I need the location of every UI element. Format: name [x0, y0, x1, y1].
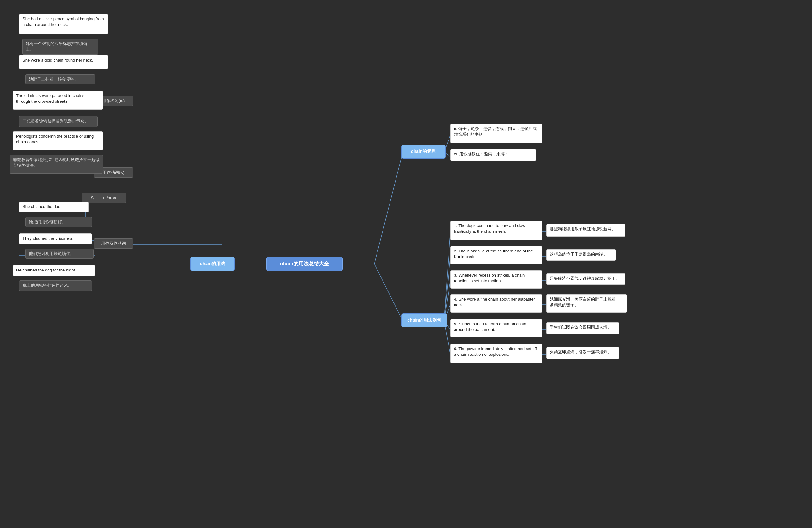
verb-box-3-en: He chained the dog for the night.: [13, 265, 95, 276]
verb-box-1-en: She chained the door.: [19, 202, 89, 212]
center-node: chain的用法总结大全: [266, 257, 343, 271]
meaning-box-2: vt. 用铁链锁住；监禁，束缚；: [450, 149, 536, 161]
svg-line-29: [374, 264, 403, 321]
svg-line-34: [444, 256, 450, 321]
noun-box-3-cn: 罪犯带着镣铐被押着列队游街示众。: [19, 116, 98, 127]
meaning-box-1: n. 链子，链条；连锁，连续；拘束；连锁店或旅馆系列的事物: [450, 124, 542, 143]
example-box-2-en: 2. The islands lie at the southern end o…: [450, 246, 542, 264]
svg-line-33: [444, 232, 450, 321]
example-box-1-cn: 那些狗继续用爪子疯狂地抓铁丝网。: [546, 224, 625, 237]
verb-box-2-cn: 他们把囚犯用铁链锁住。: [25, 249, 93, 259]
usage-node: chain的用法: [190, 257, 235, 271]
svg-line-27: [374, 152, 403, 264]
transitive-branch-node: 用作及物动词: [93, 238, 133, 249]
verb-box-3-cn: 晚上他用铁链把狗拴起来。: [19, 280, 92, 291]
sp-branch-node: S+ ~ +n./pron.: [82, 193, 126, 203]
noun-box-2-en: She wore a gold chain round her neck.: [19, 55, 108, 69]
connection-lines: [0, 0, 812, 528]
meaning-node: chain的意思: [401, 145, 446, 159]
example-box-3-en: 3. Whenever recession strikes, a chain r…: [450, 270, 542, 289]
example-box-6-en: 6. The powder immediately ignited and se…: [450, 344, 542, 363]
example-box-6-cn: 火药立即点燃，引发一连串爆炸。: [546, 347, 619, 359]
mind-map: chain的用法总结大全 chain的用法 用作名词(n.) 用作动词(v.) …: [0, 0, 812, 528]
example-box-4-cn: 她细腻光滑、美丽白皙的脖子上戴着一条精致的链子。: [546, 294, 627, 313]
noun-box-1-en: She had a silver peace symbol hanging fr…: [19, 14, 108, 34]
noun-box-4-en: Penologists condemn the practice of usin…: [13, 131, 103, 150]
noun-box-2-cn: 她脖子上挂着一根金项链。: [25, 74, 95, 84]
noun-box-3-en: The criminals were paraded in chains thr…: [13, 91, 103, 110]
example-box-5-cn: 学生们试图在议会四周围成人墙。: [546, 322, 619, 334]
example-box-1-en: 1. The dogs continued to paw and claw fr…: [450, 221, 542, 240]
example-box-2-cn: 这些岛屿位于千岛群岛的南端。: [546, 249, 616, 261]
noun-box-1-cn: 她有一个银制的和平标志挂在项链上。: [22, 39, 98, 55]
verb-box-2-en: They chained the prisoners.: [19, 233, 92, 244]
example-box-5-en: 5. Students tried to form a human chain …: [450, 319, 542, 337]
noun-box-4-cn: 罪犯教育学家谴责那种把囚犯用铁链拴在一起做苦役的做法。: [10, 155, 103, 174]
example-node: chain的用法例句: [401, 313, 447, 327]
example-box-4-en: 4. She wore a fine chain about her alaba…: [450, 294, 542, 313]
verb-box-1-cn: 她把门用铁链锁好。: [25, 217, 92, 227]
example-box-3-cn: 只要经济不景气，连锁反应就开始了。: [546, 273, 625, 285]
